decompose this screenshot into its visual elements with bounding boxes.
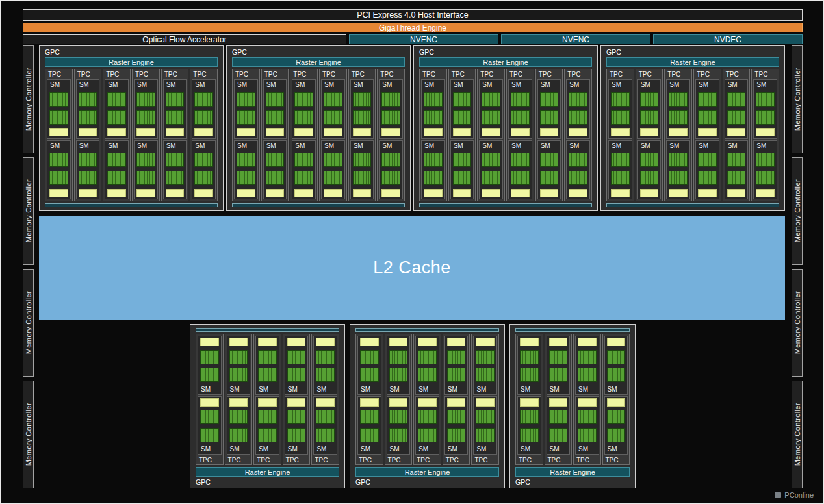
tpc-row: TPCSMSMTPCSMSMTPCSMSMTPCSMSMTPCSMSMTPCSM… bbox=[419, 69, 592, 201]
sm-core-grid bbox=[287, 410, 306, 424]
sm-block: SM bbox=[255, 336, 279, 395]
sm-block: SM bbox=[234, 140, 258, 200]
sm-cache-bar bbox=[549, 398, 568, 407]
sm-core-grid bbox=[549, 428, 568, 442]
sm-cache-bar bbox=[266, 128, 285, 136]
sm-label: SM bbox=[266, 81, 285, 88]
sm-core-grid bbox=[611, 171, 630, 185]
sm-core-grid bbox=[424, 171, 443, 185]
tpc-row: SMSMTPCSMSMTPCSMSMTPCSMSMTPCSMSMTPC bbox=[355, 334, 499, 465]
sm-core-grid bbox=[389, 428, 408, 442]
sm-cache-bar bbox=[569, 128, 587, 136]
tpc-label: TPC bbox=[227, 456, 251, 464]
sm-label: SM bbox=[549, 446, 568, 453]
sm-core-grid bbox=[166, 110, 185, 125]
sm-block: SM bbox=[387, 336, 411, 395]
sm-cache-bar bbox=[200, 338, 219, 346]
tpc-block: TPCSMSM bbox=[132, 69, 160, 201]
pconline-watermark-label: PConline bbox=[784, 491, 814, 499]
sm-label: SM bbox=[640, 142, 659, 149]
sm-core-grid bbox=[49, 92, 68, 107]
tpc-label: TPC bbox=[350, 70, 374, 78]
gpc-block: GPCRaster EngineTPCSMSMTPCSMSMTPCSMSMTPC… bbox=[226, 45, 411, 211]
sm-core-grid bbox=[698, 110, 717, 125]
sm-cache-bar bbox=[381, 189, 400, 197]
tpc-row: TPCSMSMTPCSMSMTPCSMSMTPCSMSMTPCSMSMTPCSM… bbox=[232, 69, 405, 201]
sm-core-grid bbox=[194, 92, 213, 107]
sm-label: SM bbox=[166, 81, 185, 88]
tpc-label: TPC bbox=[450, 70, 474, 78]
sm-cache-bar bbox=[607, 338, 626, 346]
sm-cache-bar bbox=[453, 128, 472, 136]
sm-core-grid bbox=[453, 171, 472, 185]
tpc-label: TPC bbox=[357, 456, 381, 464]
sm-core-grid bbox=[294, 171, 313, 185]
sm-cache-bar bbox=[49, 189, 68, 197]
sm-block: SM bbox=[450, 140, 474, 200]
sm-label: SM bbox=[294, 81, 313, 88]
sm-block: SM bbox=[227, 396, 251, 455]
sm-core-grid bbox=[578, 410, 597, 424]
sm-label: SM bbox=[447, 446, 466, 453]
sm-core-grid bbox=[727, 92, 746, 107]
raster-engine-bar: Raster Engine bbox=[606, 57, 779, 67]
tpc-label: TPC bbox=[479, 70, 503, 78]
nvenc-right-bar: NVENC bbox=[501, 34, 650, 44]
sm-core-grid bbox=[287, 428, 306, 442]
sm-label: SM bbox=[727, 142, 746, 149]
sm-label: SM bbox=[640, 81, 659, 88]
sm-cache-bar bbox=[258, 338, 277, 346]
sm-core-grid bbox=[107, 171, 126, 185]
tpc-block: TPCSMSM bbox=[636, 69, 663, 201]
sm-cache-bar bbox=[453, 189, 472, 197]
sm-cache-bar bbox=[698, 189, 717, 197]
sm-cache-bar bbox=[476, 338, 495, 346]
sm-block: SM bbox=[450, 79, 474, 139]
sm-cache-bar bbox=[316, 398, 335, 407]
sm-core-grid bbox=[569, 92, 587, 107]
sm-label: SM bbox=[360, 446, 379, 453]
gpc-strip bbox=[232, 203, 405, 207]
sm-core-grid bbox=[316, 410, 335, 424]
sm-block: SM bbox=[198, 336, 222, 395]
sm-core-grid bbox=[756, 171, 775, 185]
sm-cache-bar bbox=[418, 338, 437, 346]
sm-label: SM bbox=[316, 386, 335, 393]
sm-core-grid bbox=[511, 153, 530, 167]
sm-core-grid bbox=[511, 92, 530, 107]
sm-cache-bar bbox=[578, 338, 597, 346]
sm-label: SM bbox=[607, 386, 626, 393]
tpc-label: TPC bbox=[575, 456, 599, 464]
tpc-label: TPC bbox=[421, 70, 445, 78]
sm-label: SM bbox=[549, 386, 568, 393]
tpc-label: TPC bbox=[134, 70, 158, 78]
sm-label: SM bbox=[200, 386, 219, 393]
tpc-block: TPCSMSM bbox=[45, 69, 73, 201]
sm-core-grid bbox=[569, 171, 587, 185]
tpc-row: TPCSMSMTPCSMSMTPCSMSMTPCSMSMTPCSMSMTPCSM… bbox=[606, 69, 779, 201]
pcie-host-interface-bar: PCI Express 4.0 Host Interface bbox=[23, 9, 803, 21]
sm-cache-bar bbox=[727, 189, 746, 197]
sm-core-grid bbox=[353, 171, 372, 185]
sm-label: SM bbox=[418, 386, 437, 393]
sm-core-grid bbox=[194, 110, 213, 125]
tpc-block: TPCSMSM bbox=[477, 69, 505, 201]
sm-core-grid bbox=[453, 92, 472, 107]
sm-core-grid bbox=[166, 153, 185, 167]
raster-engine-bar: Raster Engine bbox=[419, 57, 592, 67]
sm-label: SM bbox=[194, 81, 213, 88]
sm-core-grid bbox=[511, 110, 530, 125]
sm-core-grid bbox=[360, 428, 379, 442]
sm-block: SM bbox=[192, 79, 216, 139]
tpc-row: TPCSMSMTPCSMSMTPCSMSMTPCSMSMTPCSMSMTPCSM… bbox=[45, 69, 218, 201]
sm-core-grid bbox=[389, 350, 408, 364]
sm-core-grid bbox=[640, 92, 659, 107]
tpc-label: TPC bbox=[637, 70, 662, 78]
tpc-block: TPCSMSM bbox=[564, 69, 592, 201]
sm-label: SM bbox=[237, 142, 255, 149]
sm-core-grid bbox=[578, 368, 597, 382]
memory-controller-label: Memory Controller bbox=[793, 68, 801, 131]
sm-block: SM bbox=[575, 336, 599, 395]
l2-cache-block: L2 Cache bbox=[39, 216, 785, 320]
sm-core-grid bbox=[447, 410, 466, 424]
